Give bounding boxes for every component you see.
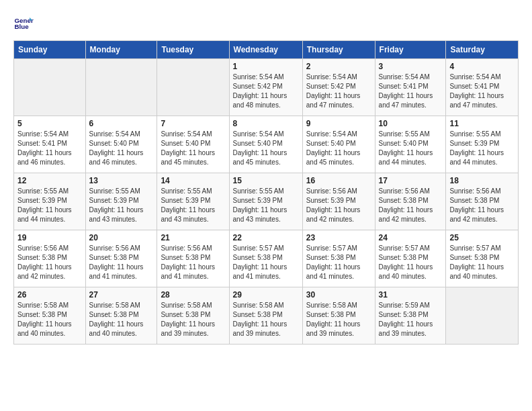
calendar-cell: 23Sunrise: 5:57 AM Sunset: 5:38 PM Dayli… bbox=[302, 230, 375, 287]
day-number: 26 bbox=[17, 290, 82, 300]
day-number: 18 bbox=[449, 176, 515, 185]
day-info: Sunrise: 5:54 AM Sunset: 5:40 PM Dayligh… bbox=[89, 130, 154, 167]
day-info: Sunrise: 5:56 AM Sunset: 5:38 PM Dayligh… bbox=[161, 244, 225, 281]
day-info: Sunrise: 5:57 AM Sunset: 5:38 PM Dayligh… bbox=[379, 244, 443, 281]
day-info: Sunrise: 5:54 AM Sunset: 5:40 PM Dayligh… bbox=[161, 130, 225, 167]
day-info: Sunrise: 5:55 AM Sunset: 5:40 PM Dayligh… bbox=[379, 130, 443, 167]
day-number: 31 bbox=[379, 290, 443, 300]
day-info: Sunrise: 5:55 AM Sunset: 5:39 PM Dayligh… bbox=[17, 187, 82, 224]
calendar-cell bbox=[85, 59, 157, 116]
day-number: 19 bbox=[17, 233, 82, 242]
calendar-cell: 12Sunrise: 5:55 AM Sunset: 5:39 PM Dayli… bbox=[14, 173, 86, 230]
calendar-cell: 5Sunrise: 5:54 AM Sunset: 5:41 PM Daylig… bbox=[14, 116, 86, 173]
calendar-cell: 28Sunrise: 5:58 AM Sunset: 5:38 PM Dayli… bbox=[157, 287, 229, 345]
calendar-cell: 26Sunrise: 5:58 AM Sunset: 5:38 PM Dayli… bbox=[14, 287, 86, 345]
calendar-week-1: 1Sunrise: 5:54 AM Sunset: 5:42 PM Daylig… bbox=[14, 59, 519, 116]
day-info: Sunrise: 5:56 AM Sunset: 5:39 PM Dayligh… bbox=[306, 187, 371, 224]
svg-text:Blue: Blue bbox=[15, 23, 30, 30]
day-number: 10 bbox=[379, 119, 443, 128]
calendar-cell: 11Sunrise: 5:55 AM Sunset: 5:39 PM Dayli… bbox=[446, 116, 519, 173]
weekday-header-tuesday: Tuesday bbox=[157, 41, 229, 59]
calendar-cell: 31Sunrise: 5:59 AM Sunset: 5:38 PM Dayli… bbox=[375, 287, 446, 345]
day-info: Sunrise: 5:58 AM Sunset: 5:38 PM Dayligh… bbox=[233, 301, 299, 338]
day-info: Sunrise: 5:58 AM Sunset: 5:38 PM Dayligh… bbox=[17, 301, 82, 338]
day-number: 14 bbox=[161, 176, 225, 185]
weekday-header-friday: Friday bbox=[375, 41, 446, 59]
day-number: 16 bbox=[306, 176, 371, 185]
calendar-week-5: 26Sunrise: 5:58 AM Sunset: 5:38 PM Dayli… bbox=[14, 287, 519, 345]
day-info: Sunrise: 5:54 AM Sunset: 5:41 PM Dayligh… bbox=[379, 73, 443, 110]
day-info: Sunrise: 5:54 AM Sunset: 5:40 PM Dayligh… bbox=[233, 130, 299, 167]
day-number: 30 bbox=[306, 290, 371, 300]
day-info: Sunrise: 5:54 AM Sunset: 5:42 PM Dayligh… bbox=[306, 73, 371, 110]
day-number: 24 bbox=[379, 233, 443, 242]
calendar-cell: 20Sunrise: 5:56 AM Sunset: 5:38 PM Dayli… bbox=[85, 230, 157, 287]
day-info: Sunrise: 5:57 AM Sunset: 5:38 PM Dayligh… bbox=[449, 244, 515, 281]
calendar-cell bbox=[157, 59, 229, 116]
calendar-cell: 14Sunrise: 5:55 AM Sunset: 5:39 PM Dayli… bbox=[157, 173, 229, 230]
day-info: Sunrise: 5:57 AM Sunset: 5:38 PM Dayligh… bbox=[306, 244, 371, 281]
day-info: Sunrise: 5:56 AM Sunset: 5:38 PM Dayligh… bbox=[17, 244, 82, 281]
calendar-cell: 30Sunrise: 5:58 AM Sunset: 5:38 PM Dayli… bbox=[302, 287, 375, 345]
calendar-cell: 7Sunrise: 5:54 AM Sunset: 5:40 PM Daylig… bbox=[157, 116, 229, 173]
calendar-cell: 27Sunrise: 5:58 AM Sunset: 5:38 PM Dayli… bbox=[85, 287, 157, 345]
day-number: 8 bbox=[233, 119, 299, 128]
logo-icon: General Blue bbox=[13, 13, 34, 34]
day-info: Sunrise: 5:59 AM Sunset: 5:38 PM Dayligh… bbox=[379, 301, 443, 338]
day-number: 13 bbox=[89, 176, 154, 185]
day-info: Sunrise: 5:55 AM Sunset: 5:39 PM Dayligh… bbox=[449, 130, 515, 167]
calendar-cell: 24Sunrise: 5:57 AM Sunset: 5:38 PM Dayli… bbox=[375, 230, 446, 287]
day-info: Sunrise: 5:58 AM Sunset: 5:38 PM Dayligh… bbox=[306, 301, 371, 338]
day-number: 11 bbox=[449, 119, 515, 128]
day-number: 3 bbox=[379, 62, 443, 71]
weekday-header-monday: Monday bbox=[85, 41, 157, 59]
calendar-cell: 6Sunrise: 5:54 AM Sunset: 5:40 PM Daylig… bbox=[85, 116, 157, 173]
day-number: 29 bbox=[233, 290, 299, 300]
calendar-cell: 4Sunrise: 5:54 AM Sunset: 5:41 PM Daylig… bbox=[446, 59, 519, 116]
day-number: 27 bbox=[89, 290, 154, 300]
weekday-header-sunday: Sunday bbox=[14, 41, 86, 59]
day-info: Sunrise: 5:56 AM Sunset: 5:38 PM Dayligh… bbox=[89, 244, 154, 281]
day-number: 17 bbox=[379, 176, 443, 185]
day-number: 20 bbox=[89, 233, 154, 242]
day-info: Sunrise: 5:54 AM Sunset: 5:41 PM Dayligh… bbox=[449, 73, 515, 110]
day-number: 15 bbox=[233, 176, 299, 185]
calendar-cell: 16Sunrise: 5:56 AM Sunset: 5:39 PM Dayli… bbox=[302, 173, 375, 230]
calendar-cell: 29Sunrise: 5:58 AM Sunset: 5:38 PM Dayli… bbox=[229, 287, 302, 345]
calendar-week-2: 5Sunrise: 5:54 AM Sunset: 5:41 PM Daylig… bbox=[14, 116, 519, 173]
calendar-cell: 13Sunrise: 5:55 AM Sunset: 5:39 PM Dayli… bbox=[85, 173, 157, 230]
calendar-table: SundayMondayTuesdayWednesdayThursdayFrid… bbox=[13, 40, 519, 345]
day-info: Sunrise: 5:55 AM Sunset: 5:39 PM Dayligh… bbox=[161, 187, 225, 224]
calendar-cell: 8Sunrise: 5:54 AM Sunset: 5:40 PM Daylig… bbox=[229, 116, 302, 173]
day-number: 6 bbox=[89, 119, 154, 128]
calendar-cell bbox=[14, 59, 86, 116]
day-number: 5 bbox=[17, 119, 82, 128]
day-number: 7 bbox=[161, 119, 225, 128]
day-number: 1 bbox=[233, 62, 299, 71]
day-info: Sunrise: 5:57 AM Sunset: 5:38 PM Dayligh… bbox=[233, 244, 299, 281]
day-info: Sunrise: 5:54 AM Sunset: 5:41 PM Dayligh… bbox=[17, 130, 82, 167]
day-info: Sunrise: 5:55 AM Sunset: 5:39 PM Dayligh… bbox=[233, 187, 299, 224]
day-info: Sunrise: 5:58 AM Sunset: 5:38 PM Dayligh… bbox=[89, 301, 154, 338]
day-info: Sunrise: 5:58 AM Sunset: 5:38 PM Dayligh… bbox=[161, 301, 225, 338]
day-number: 4 bbox=[449, 62, 515, 71]
calendar-cell: 21Sunrise: 5:56 AM Sunset: 5:38 PM Dayli… bbox=[157, 230, 229, 287]
calendar-week-3: 12Sunrise: 5:55 AM Sunset: 5:39 PM Dayli… bbox=[14, 173, 519, 230]
day-number: 12 bbox=[17, 176, 82, 185]
day-info: Sunrise: 5:56 AM Sunset: 5:38 PM Dayligh… bbox=[449, 187, 515, 224]
day-number: 23 bbox=[306, 233, 371, 242]
day-number: 21 bbox=[161, 233, 225, 242]
calendar-cell: 22Sunrise: 5:57 AM Sunset: 5:38 PM Dayli… bbox=[229, 230, 302, 287]
calendar-cell: 19Sunrise: 5:56 AM Sunset: 5:38 PM Dayli… bbox=[14, 230, 86, 287]
weekday-header-thursday: Thursday bbox=[302, 41, 375, 59]
calendar-cell: 15Sunrise: 5:55 AM Sunset: 5:39 PM Dayli… bbox=[229, 173, 302, 230]
day-info: Sunrise: 5:54 AM Sunset: 5:42 PM Dayligh… bbox=[233, 73, 299, 110]
day-number: 28 bbox=[161, 290, 225, 300]
day-info: Sunrise: 5:55 AM Sunset: 5:39 PM Dayligh… bbox=[89, 187, 154, 224]
logo: General Blue bbox=[13, 13, 36, 34]
calendar-cell: 9Sunrise: 5:54 AM Sunset: 5:40 PM Daylig… bbox=[302, 116, 375, 173]
page-header: General Blue bbox=[13, 13, 519, 34]
day-number: 9 bbox=[306, 119, 371, 128]
calendar-cell: 10Sunrise: 5:55 AM Sunset: 5:40 PM Dayli… bbox=[375, 116, 446, 173]
calendar-cell: 25Sunrise: 5:57 AM Sunset: 5:38 PM Dayli… bbox=[446, 230, 519, 287]
